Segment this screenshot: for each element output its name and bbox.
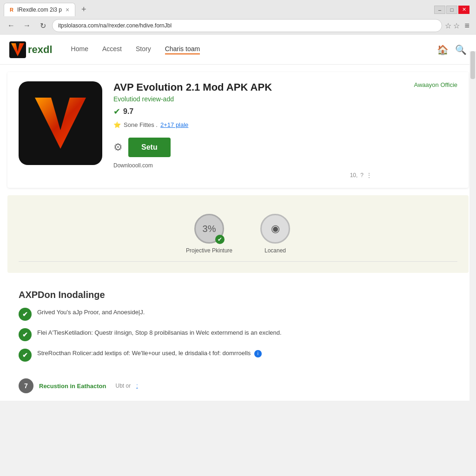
app-card-right: Awaayon Officie [383, 81, 457, 178]
scrollbar-thumb[interactable] [470, 51, 475, 79]
card-actions: ⚙ Setu [113, 138, 372, 157]
logo-icon [9, 41, 26, 58]
app-card-inner: AVP Evolution 2.1 Mod APK APK Evolutiod … [19, 81, 457, 178]
desc-check-1: ✔ [19, 328, 32, 341]
desc-section: AXPDon Inodalinge ✔ Grived You's aJp Pro… [7, 280, 469, 371]
forward-btn[interactable]: → [20, 19, 33, 32]
browser-window: R IRexdle.com 2i3 p × + – □ ✕ ← → ↻ ☆ ☆ … [0, 0, 476, 401]
desc-list: ✔ Grived You's aJp Proor, and Anoeside|J… [19, 308, 457, 362]
maximize-btn[interactable]: □ [446, 6, 457, 14]
minimize-btn[interactable]: – [434, 6, 445, 14]
desc-check-2: ✔ [19, 349, 32, 362]
desc-item-2: ✔ StreRocthan Rolicer:add lextips of: We… [19, 349, 457, 362]
gear-btn[interactable]: ⚙ [113, 141, 123, 153]
bookmark-btn2[interactable]: ☆ [453, 21, 460, 30]
feature-label-1: Locaned [264, 247, 286, 254]
desc-text-0: Grived You's aJp Proor, and Anoeside|J. [37, 308, 145, 317]
website-content: rexdl Home Accest Story Charis toam 🏠 🔍 [0, 35, 476, 401]
desc-title: AXPDon Inodalinge [19, 290, 457, 300]
rating-check-icon: ✔ [113, 106, 120, 117]
rating-number: 9.7 [123, 107, 133, 116]
browser-menu-btn[interactable]: ≡ [463, 21, 471, 31]
desc-item-1: ✔ Flei A'TiesKetiladion: Questr iInsign,… [19, 328, 457, 341]
footer-dots: ⋮ [366, 172, 372, 178]
search-icon-btn[interactable]: 🔍 [455, 44, 467, 55]
star-icon: ⭐ [113, 121, 121, 128]
browser-title-bar: R IRexdle.com 2i3 p × + – □ ✕ [0, 0, 476, 16]
tab-favicon: R [10, 7, 13, 13]
app-rating: ✔ 9.7 [113, 106, 372, 117]
logo-text: rexdl [28, 44, 53, 56]
nav-links: Home Accest Story Charis toam [71, 45, 437, 54]
desc-check-0: ✔ [19, 308, 32, 321]
scrollbar[interactable] [469, 51, 476, 476]
card-footer: 10, ? ⋮ [113, 172, 372, 178]
bottom-gray-text: Ubt or [115, 383, 131, 389]
bottom-item: 7 Recustion in Eathacton Ubt or : [7, 378, 469, 401]
official-link[interactable]: Awaayon Officie [414, 81, 457, 88]
desc-text-1: Flei A'TiesKetiladion: Questr iInsign, S… [37, 328, 282, 337]
download-area: Downloooll.com [113, 161, 372, 169]
feature-icon-1: ◉ [260, 214, 290, 244]
tab-title: IRexdle.com 2i3 p [17, 7, 62, 13]
info-icon[interactable]: i [254, 350, 262, 357]
browser-tab[interactable]: R IRexdle.com 2i3 p × [4, 3, 75, 16]
nav-charis[interactable]: Charis toam [165, 45, 200, 54]
app-subtitle: Evolutiod review-add [113, 95, 372, 103]
footer-count: 10, [350, 172, 358, 178]
meta-text: Sone Fittes . [124, 121, 158, 128]
feature-check-0: ✔ [215, 235, 225, 244]
bookmark-btn[interactable]: ☆ [445, 21, 451, 30]
footer-q: ? [360, 172, 364, 178]
tab-close-btn[interactable]: × [66, 6, 69, 13]
browser-address-bar: ← → ↻ ☆ ☆ ≡ [0, 16, 476, 35]
feature-icon-text-0: 3% [203, 224, 216, 234]
nav-accest[interactable]: Accest [102, 45, 122, 54]
refresh-btn[interactable]: ↻ [36, 19, 49, 32]
feature-label-0: Projective Pkinture [186, 247, 232, 254]
feature-icon-0: 3% ✔ [194, 214, 224, 244]
feature-icon-text-1: ◉ [271, 223, 280, 235]
nav-icons: 🏠 🔍 [437, 44, 467, 55]
app-meta: ⭐ Sone Fittes . 2+17 plale [113, 121, 372, 128]
nav-story[interactable]: Story [136, 45, 151, 54]
site-nav: rexdl Home Accest Story Charis toam 🏠 🔍 [0, 35, 476, 65]
features-row: 3% ✔ Projective Pkinture ◉ Locaned [19, 206, 457, 262]
meta-link[interactable]: 2+17 plale [160, 121, 188, 128]
app-icon [19, 81, 102, 165]
bottom-green-text: Recustion in Eathacton [39, 383, 106, 390]
feature-item-0: 3% ✔ Projective Pkinture [186, 214, 232, 254]
desc-text-2: StreRocthan Rolicer:add lextips of: We'l… [37, 349, 262, 358]
address-input[interactable] [52, 19, 442, 32]
nav-home[interactable]: Home [71, 45, 88, 54]
app-info: AVP Evolution 2.1 Mod APK APK Evolutiod … [113, 81, 372, 178]
app-icon-wrapper [19, 81, 102, 178]
new-tab-btn[interactable]: + [77, 3, 90, 16]
app-title: AVP Evolution 2.1 Mod APK APK [113, 81, 372, 93]
bottom-num-icon: 7 [19, 378, 33, 393]
feature-section: 3% ✔ Projective Pkinture ◉ Locaned [7, 195, 469, 273]
home-icon-btn[interactable]: 🏠 [437, 44, 449, 55]
download-link: Downloooll.com [113, 162, 153, 169]
app-logo-svg [28, 91, 93, 156]
close-btn[interactable]: ✕ [458, 6, 469, 14]
app-card: AVP Evolution 2.1 Mod APK APK Evolutiod … [7, 72, 469, 188]
desc-item-0: ✔ Grived You's aJp Proor, and Anoeside|J… [19, 308, 457, 321]
setup-btn[interactable]: Setu [128, 138, 171, 157]
bottom-link[interactable]: : [136, 383, 138, 389]
back-btn[interactable]: ← [5, 19, 18, 32]
feature-item-1: ◉ Locaned [260, 214, 290, 254]
logo-area: rexdl [9, 41, 53, 58]
